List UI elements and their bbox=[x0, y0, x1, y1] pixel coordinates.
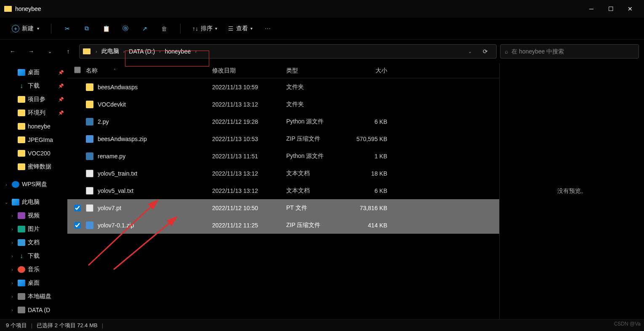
sidebar-item[interactable]: honeybe bbox=[0, 120, 67, 133]
chevron-icon: › bbox=[9, 267, 15, 272]
item-icon bbox=[18, 136, 25, 143]
sidebar-item-label: WPS网盘 bbox=[22, 181, 47, 188]
file-row[interactable]: yolov7.pt2022/11/12 10:50PT 文件73,816 KB bbox=[67, 199, 499, 216]
file-type: 文本文档 bbox=[286, 187, 350, 195]
minimize-button[interactable]: ─ bbox=[582, 0, 601, 18]
breadcrumb[interactable]: › 此电脑 › DATA (D:) › honeybee › ⌄ ⟳ bbox=[79, 44, 497, 59]
sidebar-item[interactable]: ›WPS网盘 bbox=[0, 178, 67, 191]
sort-button[interactable]: ↑↓ 排序 ▾ bbox=[188, 22, 221, 35]
file-size: 6 KB bbox=[350, 187, 392, 194]
sidebar-item[interactable]: JPEGIma bbox=[0, 133, 67, 147]
file-row[interactable]: rename.py2022/11/13 11:51Python 源文件1 KB bbox=[67, 147, 499, 165]
sidebar-item[interactable]: 项目参📌 bbox=[0, 93, 67, 106]
sidebar-item-label: 环境列 bbox=[28, 109, 45, 117]
sidebar-item-label: 下载 bbox=[28, 252, 40, 260]
file-row[interactable]: VOCdevkit2022/11/13 13:12文件夹 bbox=[67, 96, 499, 113]
chevron-right-icon: › bbox=[193, 49, 198, 54]
file-name: rename.py bbox=[98, 153, 125, 160]
separator bbox=[180, 24, 181, 34]
sidebar-item[interactable]: ›音乐 bbox=[0, 263, 67, 276]
view-button[interactable]: ☰ 查看 ▾ bbox=[224, 22, 257, 35]
file-row[interactable]: yolov5_val.txt2022/11/13 13:12文本文档6 KB bbox=[67, 182, 499, 199]
more-button[interactable]: ⋯ bbox=[259, 20, 276, 37]
sidebar-item[interactable]: ↓下载📌 bbox=[0, 79, 67, 93]
rename-button[interactable]: ⓐ bbox=[117, 20, 134, 37]
file-date: 2022/11/12 10:50 bbox=[212, 205, 286, 211]
sidebar-item[interactable]: ›桌面 bbox=[0, 276, 67, 290]
column-size[interactable]: 大小 bbox=[350, 67, 392, 75]
history-button[interactable]: ⌄ bbox=[42, 44, 57, 59]
back-button[interactable]: ← bbox=[5, 44, 20, 59]
delete-button[interactable]: 🗑 bbox=[156, 20, 173, 37]
preview-empty-text: 没有预览。 bbox=[557, 187, 587, 195]
item-icon bbox=[18, 212, 25, 219]
file-type: Python 源文件 bbox=[286, 152, 350, 160]
copy-button[interactable]: ⧉ bbox=[78, 20, 95, 37]
sidebar-item-label: 桌面 bbox=[28, 279, 40, 287]
sidebar-item[interactable]: 环境列📌 bbox=[0, 106, 67, 120]
share-button[interactable]: ↗ bbox=[136, 20, 153, 37]
file-row[interactable]: yolov5_train.txt2022/11/13 13:12文本文档18 K… bbox=[67, 165, 499, 182]
breadcrumb-dropdown[interactable]: ⌄ bbox=[463, 49, 476, 54]
sidebar-item[interactable]: ›DATA (D bbox=[0, 303, 67, 317]
file-icon bbox=[86, 152, 93, 160]
file-row[interactable]: yolov7-0.1.zip2022/11/12 11:25ZIP 压缩文件41… bbox=[67, 216, 499, 234]
search-input[interactable] bbox=[511, 48, 634, 55]
item-icon bbox=[12, 181, 19, 188]
sidebar-item[interactable]: ›本地磁盘 bbox=[0, 290, 67, 303]
paste-button[interactable]: 📋 bbox=[98, 20, 114, 37]
chevron-right-icon: › bbox=[122, 49, 127, 54]
cut-button[interactable]: ✂ bbox=[59, 20, 76, 37]
titlebar: honeybee ─ ☐ ✕ bbox=[0, 0, 644, 18]
column-name[interactable]: 名称˄ bbox=[86, 67, 212, 75]
sidebar-item[interactable]: 桌面📌 bbox=[0, 66, 67, 79]
sidebar-item[interactable]: ⌄此电脑 bbox=[0, 195, 67, 209]
forward-button[interactable]: → bbox=[24, 44, 39, 59]
status-selected: 已选择 2 个项目 72.4 MB bbox=[37, 322, 97, 329]
file-date: 2022/11/13 10:53 bbox=[212, 136, 286, 142]
file-name: beesAndwasps.zip bbox=[98, 136, 147, 142]
chevron-down-icon: ▾ bbox=[215, 26, 217, 31]
file-date: 2022/11/13 13:12 bbox=[212, 187, 286, 194]
sidebar-item-label: JPEGIma bbox=[28, 136, 53, 143]
row-checkbox[interactable] bbox=[74, 222, 81, 229]
file-size: 6 KB bbox=[350, 118, 392, 125]
sidebar-item[interactable]: ›文档 bbox=[0, 236, 67, 249]
sidebar-item-label: 文档 bbox=[28, 239, 40, 246]
close-button[interactable]: ✕ bbox=[620, 0, 640, 18]
select-all-checkbox[interactable] bbox=[74, 67, 81, 73]
sidebar-item[interactable]: ›图片 bbox=[0, 222, 67, 236]
new-button[interactable]: + 新建 ▾ bbox=[8, 22, 43, 35]
search-icon: ⌕ bbox=[505, 48, 508, 55]
view-icon: ☰ bbox=[228, 25, 234, 32]
column-date[interactable]: 修改日期 bbox=[212, 67, 286, 75]
sort-label: 排序 bbox=[201, 25, 213, 32]
file-type: 文本文档 bbox=[286, 170, 350, 177]
file-row[interactable]: beesAndwasps.zip2022/11/13 10:53ZIP 压缩文件… bbox=[67, 130, 499, 147]
sidebar-item[interactable]: 蜜蜂数据 bbox=[0, 160, 67, 174]
sidebar: 桌面📌↓下载📌项目参📌环境列📌honeybeJPEGImaVOC200蜜蜂数据›… bbox=[0, 63, 67, 319]
refresh-button[interactable]: ⟳ bbox=[478, 48, 493, 55]
breadcrumb-item[interactable]: 此电脑 bbox=[101, 47, 120, 56]
file-row[interactable]: 2.py2022/11/12 19:28Python 源文件6 KB bbox=[67, 113, 499, 130]
row-checkbox[interactable] bbox=[74, 205, 81, 211]
item-icon bbox=[18, 266, 25, 273]
breadcrumb-item[interactable]: DATA (D:) bbox=[128, 47, 156, 56]
column-type[interactable]: 类型 bbox=[286, 67, 350, 75]
search-box[interactable]: ⌕ bbox=[500, 44, 639, 59]
window-title: honeybee bbox=[15, 5, 582, 12]
file-area: 名称˄ 修改日期 类型 大小 beesAndwasps2022/11/13 10… bbox=[67, 63, 644, 319]
breadcrumb-item[interactable]: honeybee bbox=[164, 47, 192, 56]
file-type: ZIP 压缩文件 bbox=[286, 135, 350, 143]
sidebar-item[interactable]: ›↓下载 bbox=[0, 249, 67, 263]
sidebar-item-label: DATA (D bbox=[28, 307, 50, 313]
sidebar-item-label: 本地磁盘 bbox=[28, 293, 51, 300]
up-button[interactable]: ↑ bbox=[61, 44, 76, 59]
sidebar-item[interactable]: VOC200 bbox=[0, 147, 67, 160]
sidebar-item[interactable]: ›视频 bbox=[0, 209, 67, 222]
statusbar: 9 个项目 | 已选择 2 个项目 72.4 MB | bbox=[0, 319, 644, 331]
file-row[interactable]: beesAndwasps2022/11/13 10:59文件夹 bbox=[67, 78, 499, 96]
maximize-button[interactable]: ☐ bbox=[601, 0, 620, 18]
file-name: yolov7-0.1.zip bbox=[98, 222, 134, 229]
file-date: 2022/11/13 13:12 bbox=[212, 170, 286, 177]
